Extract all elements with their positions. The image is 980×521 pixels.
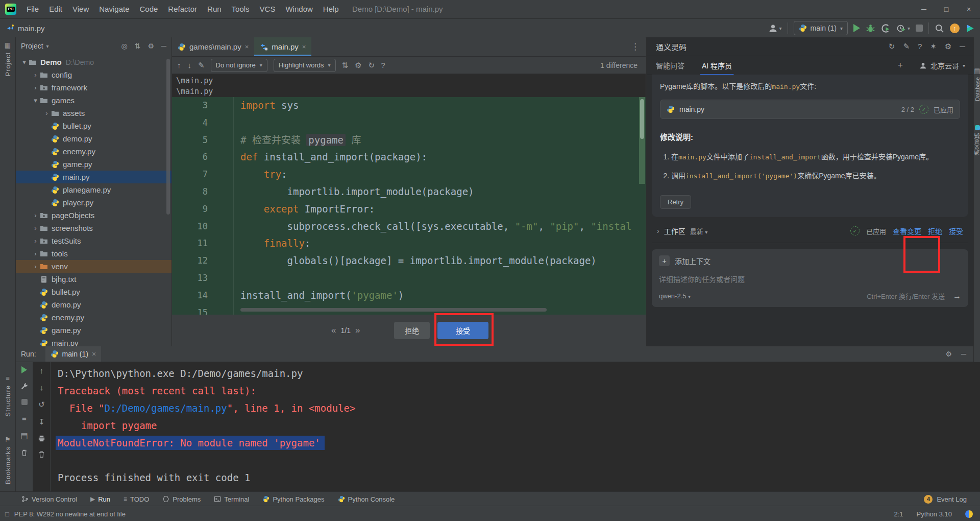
breadcrumb[interactable]: main.py	[6, 24, 45, 33]
tree-item-Demo[interactable]: ▾DemoD:\Demo	[16, 56, 172, 68]
workspace-label[interactable]: 工作区	[664, 226, 685, 236]
tree-item-planegame.py[interactable]: planegame.py	[16, 183, 172, 196]
stop-process-button[interactable]	[21, 399, 28, 405]
project-tree-scrollbar[interactable]	[166, 59, 170, 215]
tree-item-tools[interactable]: ›tools	[16, 247, 172, 260]
toolwindow-button-run[interactable]: ▶Run	[90, 495, 110, 503]
history-icon[interactable]: ↻	[889, 42, 895, 51]
tab-options-kebab-icon[interactable]: ⋮	[631, 41, 646, 52]
maximize-button[interactable]: □	[935, 0, 958, 18]
minimize-icon[interactable]: ─	[960, 42, 965, 51]
debug-button[interactable]	[866, 23, 875, 33]
restore-layout-icon[interactable]: ≡	[22, 414, 27, 422]
highlight-policy-dropdown[interactable]: Highlight words▾	[274, 59, 336, 72]
menu-item-vcs[interactable]: VCS	[255, 0, 281, 18]
accept-link[interactable]: 接受	[949, 226, 963, 236]
run-configuration-select[interactable]: main (1) ▾	[794, 21, 848, 35]
edit-icon[interactable]: ✎	[198, 61, 205, 70]
tree-item-pageObjects[interactable]: ›pageObjects	[16, 209, 172, 222]
close-tab-icon[interactable]: ×	[302, 43, 306, 51]
project-panel-title[interactable]: Project	[21, 42, 43, 50]
toolwindow-tab-project[interactable]: ▦ Project	[0, 41, 15, 76]
add-context-label[interactable]: 添加上下文	[675, 256, 710, 266]
toolwindow-tab-bookmarks[interactable]: ⚑ Bookmarks	[0, 436, 15, 484]
menu-item-window[interactable]: Window	[280, 0, 317, 18]
tree-item-games[interactable]: ▾games	[16, 94, 172, 107]
minimize-button[interactable]: ─	[913, 0, 935, 18]
console-file-link[interactable]: D:/Demo/games/main.py	[105, 402, 227, 414]
toolwindow-tab-structure[interactable]: ≡ Structure	[0, 374, 15, 417]
close-button[interactable]: ×	[958, 0, 980, 18]
locate-file-icon[interactable]: ◎	[121, 42, 128, 50]
update-available-icon[interactable]: ↑	[950, 23, 960, 33]
tab-smart-qa[interactable]: 智能问答	[656, 60, 684, 70]
editor-horizontal-scrollbar[interactable]	[240, 308, 547, 312]
menu-item-refactor[interactable]: Refactor	[163, 0, 202, 18]
toolwindow-tab-database[interactable]: ▤ Database	[974, 67, 980, 101]
run-button[interactable]	[853, 24, 860, 32]
chevron-right-icon[interactable]: ›	[657, 227, 659, 235]
menu-item-navigate[interactable]: Navigate	[94, 0, 134, 18]
ai-user-account[interactable]: 北京云哥 ▾	[919, 60, 965, 70]
editor-tab-main.py[interactable]: main.py×	[254, 37, 311, 56]
new-session-icon[interactable]: ✎	[903, 42, 910, 51]
tree-item-assets[interactable]: ›assets	[16, 107, 172, 120]
pin-tab-icon[interactable]: ▤	[20, 431, 28, 440]
previous-difference-icon[interactable]: ↑	[177, 61, 181, 70]
tree-item-config[interactable]: ›config	[16, 68, 172, 81]
tongyi-lingma-icon[interactable]	[965, 23, 975, 33]
previous-change-button[interactable]: «	[331, 325, 336, 336]
down-stack-trace-icon[interactable]: ↓	[40, 383, 44, 392]
view-changes-link[interactable]: 查看变更	[893, 226, 921, 236]
close-tab-icon[interactable]: ×	[245, 43, 249, 51]
tree-item-main.py[interactable]: main.py	[16, 171, 172, 183]
close-tab-icon[interactable]: ×	[92, 350, 96, 358]
tree-item-bjhg.txt[interactable]: bjhg.txt	[16, 273, 172, 286]
toolwindow-button-todo[interactable]: ≡TODO	[124, 495, 149, 503]
soft-wrap-icon[interactable]: ↺	[38, 400, 45, 409]
reject-changes-button[interactable]: 拒绝	[394, 322, 430, 339]
toolwindow-toggle-icon[interactable]: □	[5, 510, 9, 518]
tree-item-bullet.py[interactable]: bullet.py	[16, 286, 172, 298]
menu-item-code[interactable]: Code	[134, 0, 163, 18]
toolwindow-tab-tongyi[interactable]: 通义灵码	[974, 125, 980, 155]
rerun-button[interactable]	[21, 366, 27, 373]
edit-configurations-icon[interactable]	[20, 382, 29, 390]
workspace-filter-dropdown[interactable]: 最新 ▾	[690, 226, 708, 236]
tree-item-main.py[interactable]: main.py	[16, 337, 172, 346]
expand-collapse-icon[interactable]: ⇅	[135, 42, 141, 50]
tree-item-venv[interactable]: ›venv	[16, 260, 172, 273]
editor-vertical-scrollbar[interactable]	[640, 99, 644, 139]
run-tab-main[interactable]: main (1) ×	[45, 346, 102, 362]
tree-item-demo.py[interactable]: demo.py	[16, 298, 172, 311]
tree-item-game.py[interactable]: game.py	[16, 324, 172, 337]
settings-icon[interactable]: ⚙	[946, 350, 952, 358]
menu-item-tools[interactable]: Tools	[227, 0, 255, 18]
send-button[interactable]: →	[953, 292, 961, 301]
magic-icon[interactable]: ✶	[930, 42, 937, 51]
menu-item-view[interactable]: View	[67, 0, 94, 18]
user-account-icon[interactable]: ▾	[768, 23, 782, 33]
stop-button[interactable]	[916, 25, 923, 32]
tree-item-demo.py[interactable]: demo.py	[16, 132, 172, 145]
up-stack-trace-icon[interactable]: ↑	[40, 366, 44, 375]
hide-panel-icon[interactable]: ─	[161, 42, 166, 50]
diff-settings-icon[interactable]: ⚙	[355, 61, 361, 70]
event-log-button[interactable]: 4 Event Log	[924, 495, 967, 504]
next-change-button[interactable]: »	[355, 325, 360, 336]
tree-item-screenshots[interactable]: ›screenshots	[16, 222, 172, 234]
tree-item-enemy.py[interactable]: enemy.py	[16, 145, 172, 158]
menu-item-edit[interactable]: Edit	[44, 0, 67, 18]
settings-icon[interactable]: ⚙	[945, 42, 951, 51]
help-icon[interactable]: ?	[918, 42, 922, 51]
scroll-to-end-icon[interactable]: ↧	[38, 417, 45, 427]
add-context-plus-icon[interactable]: +	[659, 255, 670, 266]
toolwindow-button-problems[interactable]: Problems	[162, 495, 201, 503]
model-selector[interactable]: qwen-2.5 ▾	[659, 292, 691, 300]
tree-item-game.py[interactable]: game.py	[16, 158, 172, 171]
search-everywhere-icon[interactable]	[935, 23, 944, 33]
tree-item-player.py[interactable]: player.py	[16, 196, 172, 209]
print-icon[interactable]	[38, 435, 45, 442]
toolwindow-button-python-packages[interactable]: Python Packages	[262, 495, 324, 503]
ignore-policy-dropdown[interactable]: Do not ignore▾	[211, 59, 267, 72]
